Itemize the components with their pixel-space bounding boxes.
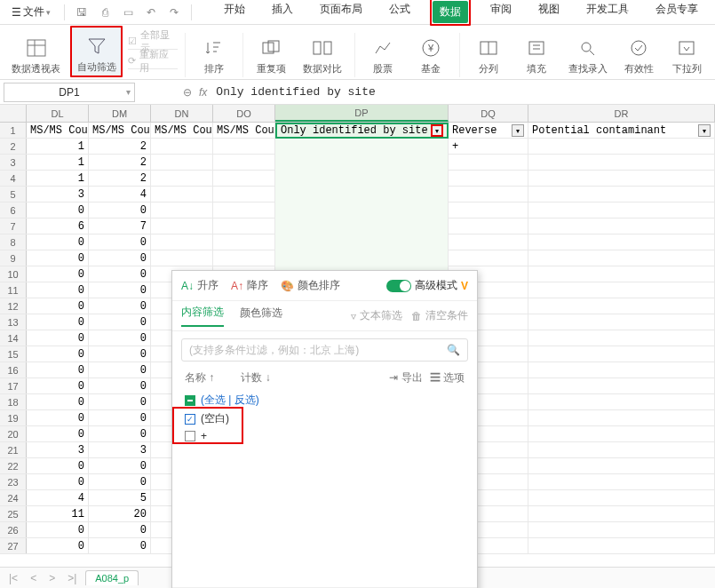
row-header[interactable]: 4: [0, 171, 27, 186]
cell[interactable]: [528, 171, 715, 187]
cell[interactable]: [528, 426, 715, 442]
cell[interactable]: [528, 266, 715, 282]
qat-preview-icon[interactable]: ▭: [118, 3, 138, 22]
cell[interactable]: [528, 330, 715, 346]
row-header[interactable]: 20: [0, 426, 27, 441]
menu-tab-3[interactable]: 公式: [382, 0, 417, 26]
row-header[interactable]: 8: [0, 234, 27, 250]
sheet-scroll-last-icon[interactable]: >|: [64, 572, 80, 584]
sort-button[interactable]: 排序: [193, 26, 235, 77]
cancel-formula-icon[interactable]: ⊖: [183, 86, 192, 99]
cell[interactable]: 0: [89, 474, 151, 490]
cell[interactable]: 0: [89, 234, 151, 250]
fund-button[interactable]: ¥ 基金: [409, 26, 452, 77]
cell[interactable]: [151, 187, 213, 203]
cell[interactable]: 0: [89, 378, 151, 394]
filter-dropdown-icon[interactable]: ▾: [698, 124, 711, 137]
row-header[interactable]: 11: [0, 282, 27, 298]
filter-search-input[interactable]: (支持多条件过滤，例如：北京 上海) 🔍: [181, 338, 468, 362]
cell[interactable]: [528, 538, 715, 554]
row-header[interactable]: 24: [0, 490, 27, 505]
cell[interactable]: [275, 155, 449, 171]
cell[interactable]: MS/MS Cou: [89, 123, 151, 139]
row-header[interactable]: 9: [0, 250, 27, 266]
cell[interactable]: Potential contaminant▾: [528, 123, 715, 139]
cell[interactable]: [528, 250, 715, 266]
cell[interactable]: [528, 490, 715, 506]
cell[interactable]: [528, 298, 715, 314]
cell[interactable]: 0: [27, 426, 89, 442]
cell[interactable]: [528, 378, 715, 394]
menu-tab-8[interactable]: 会员专享: [648, 0, 705, 26]
row-header[interactable]: 1: [0, 123, 27, 138]
col-header-DM[interactable]: DM: [89, 105, 151, 122]
cell[interactable]: 0: [27, 203, 89, 219]
pivot-table-button[interactable]: 数据透视表: [7, 26, 65, 77]
auto-filter-button[interactable]: 自动筛选: [70, 26, 123, 77]
count-column-header[interactable]: 计数 ↓: [241, 370, 270, 385]
cell[interactable]: [213, 171, 275, 187]
advanced-mode-toggle[interactable]: 高级模式 V: [386, 278, 468, 293]
cell[interactable]: 3: [27, 187, 89, 203]
menu-tab-7[interactable]: 开发工具: [579, 0, 636, 26]
cell[interactable]: [528, 155, 715, 171]
color-sort-button[interactable]: 🎨颜色排序: [281, 278, 340, 293]
sheet-scroll-next-icon[interactable]: >: [45, 572, 59, 584]
clear-conditions-button[interactable]: 🗑清空条件: [411, 308, 468, 323]
cell[interactable]: 4: [27, 490, 89, 506]
cell[interactable]: [528, 219, 715, 234]
cell[interactable]: 0: [89, 538, 151, 554]
col-header-DO[interactable]: DO: [213, 105, 275, 122]
menu-tab-5[interactable]: 审阅: [483, 0, 519, 26]
cell[interactable]: [449, 219, 528, 234]
cell[interactable]: 0: [27, 250, 89, 266]
col-header-DP[interactable]: DP: [275, 105, 449, 122]
cell[interactable]: 0: [27, 458, 89, 474]
cell[interactable]: [151, 219, 213, 234]
cell[interactable]: [275, 187, 449, 203]
row-header[interactable]: 6: [0, 203, 27, 218]
cell[interactable]: 0: [27, 410, 89, 426]
sheet-scroll-first-icon[interactable]: |<: [5, 572, 21, 584]
cell[interactable]: [213, 139, 275, 155]
cell[interactable]: [449, 234, 528, 250]
cell[interactable]: 0: [89, 346, 151, 362]
cell[interactable]: [151, 250, 213, 266]
fill-button[interactable]: 填充: [515, 26, 558, 77]
filter-dropdown-icon[interactable]: ▾: [431, 124, 443, 137]
cell[interactable]: [151, 171, 213, 187]
row-header[interactable]: 15: [0, 346, 27, 362]
cell[interactable]: [275, 203, 449, 219]
menu-tab-6[interactable]: 视图: [531, 0, 567, 26]
cell[interactable]: 3: [27, 442, 89, 458]
cell[interactable]: [528, 139, 715, 155]
cell[interactable]: [528, 394, 715, 410]
file-menu[interactable]: ☰ 文件 ▾: [5, 2, 57, 22]
cell[interactable]: [275, 234, 449, 250]
cell[interactable]: Reverse▾: [449, 123, 528, 139]
cell[interactable]: [528, 474, 715, 490]
cell[interactable]: MS/MS Cou: [151, 123, 213, 139]
cell[interactable]: 0: [27, 282, 89, 298]
col-header-DN[interactable]: DN: [151, 105, 213, 122]
duplicates-button[interactable]: 重复项: [250, 26, 293, 77]
cell[interactable]: 0: [89, 426, 151, 442]
cell[interactable]: 0: [27, 394, 89, 410]
stock-button[interactable]: 股票: [361, 26, 404, 77]
cell[interactable]: 0: [89, 298, 151, 314]
cell[interactable]: MS/MS Cou: [213, 123, 275, 139]
cell[interactable]: [528, 506, 715, 522]
cell[interactable]: 0: [89, 394, 151, 410]
find-input-button[interactable]: 查找录入: [563, 26, 612, 77]
cell[interactable]: 11: [27, 506, 89, 522]
cell[interactable]: 5: [89, 490, 151, 506]
row-header[interactable]: 7: [0, 219, 27, 234]
cell[interactable]: Only identified by site▾: [275, 123, 449, 139]
qat-redo-icon[interactable]: ↷: [164, 3, 184, 22]
row-header[interactable]: 27: [0, 538, 27, 553]
row-header[interactable]: 19: [0, 410, 27, 425]
col-header-DR[interactable]: DR: [528, 105, 715, 122]
cell[interactable]: 0: [27, 314, 89, 330]
cell[interactable]: [528, 314, 715, 330]
cell[interactable]: [151, 139, 213, 155]
